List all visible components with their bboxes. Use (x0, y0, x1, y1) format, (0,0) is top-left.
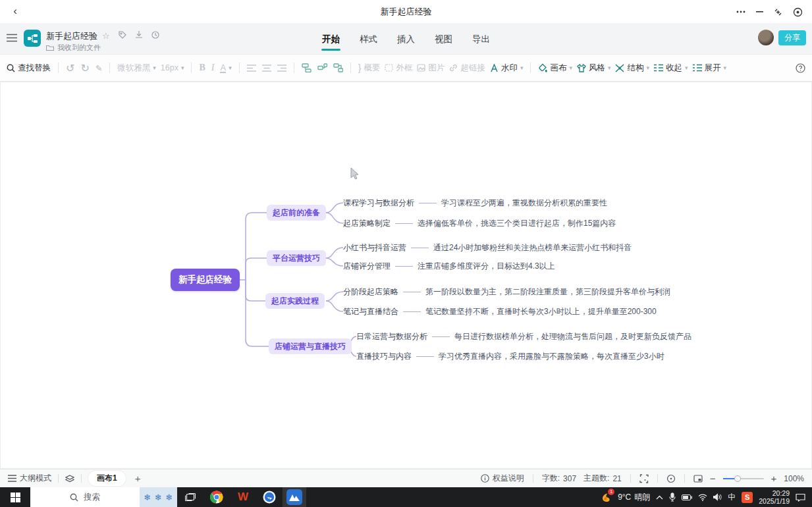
leaf-node[interactable]: 起店策略制定 选择偏低客单价，挑选三个类目进行起店，制作15篇内容 (343, 217, 616, 229)
tray-temperature[interactable]: 9°C (618, 493, 631, 502)
add-canvas-button[interactable]: + (135, 473, 141, 484)
minimize-button[interactable] (751, 6, 767, 18)
tab-style[interactable]: 样式 (359, 32, 378, 51)
align-left-icon[interactable] (247, 65, 256, 72)
leaf-node[interactable]: 分阶段起店策略 第一阶段以数量为主，第二阶段注重质量，第三阶段提升客单价与利润 (343, 286, 670, 298)
chevron-down-icon: ▾ (685, 65, 688, 71)
wps-taskbar-icon[interactable]: W (230, 487, 256, 507)
more-options-icon[interactable] (733, 6, 749, 18)
canvas-tab[interactable]: 画布1 (88, 471, 126, 486)
branch-node-2[interactable]: 平台运营技巧 (267, 250, 326, 266)
weather-flame-icon[interactable]: 1 (601, 492, 612, 503)
hidden-icons-chevron[interactable] (656, 495, 663, 500)
share-button[interactable]: 分享 (778, 30, 806, 45)
user-avatar[interactable] (758, 30, 774, 45)
expand-button[interactable]: 展开▾ (693, 63, 727, 74)
word-count: 字数:307 (542, 473, 576, 484)
branch-node-1[interactable]: 起店前的准备 (267, 205, 326, 221)
mindmap-canvas[interactable]: 新手起店经验 起店前的准备 平台运营技巧 起店实践过程 店铺运营与直播技巧 课程… (0, 82, 812, 469)
leaf-node[interactable]: 直播技巧与内容 学习优秀直播内容，采用露脸与不露脸策略，每次直播至少3小时 (356, 350, 664, 362)
paint-bucket-icon (538, 63, 547, 72)
chrome-taskbar-icon[interactable] (203, 487, 230, 507)
tab-start[interactable]: 开始 (321, 32, 340, 51)
taskbar-search-input[interactable]: 搜索 (30, 487, 140, 507)
chevron-down-icon: ▾ (569, 65, 572, 71)
font-color-button[interactable]: A▾ (220, 63, 231, 73)
battery-icon[interactable] (682, 494, 692, 500)
chevron-down-icon: ▾ (153, 65, 156, 71)
mindmap-app-taskbar-icon-active[interactable] (283, 487, 306, 507)
layers-button[interactable] (65, 475, 74, 483)
collapse-button[interactable]: 收起▾ (654, 63, 688, 74)
dingtalk-taskbar-icon[interactable] (256, 487, 283, 507)
mindmap-root-node[interactable]: 新手起店经验 (171, 269, 240, 291)
outer-frame-button[interactable]: 外框 (385, 63, 412, 74)
volume-icon[interactable] (713, 493, 722, 501)
insert-parent-node-icon[interactable] (333, 63, 343, 72)
tab-view[interactable]: 视图 (434, 32, 453, 51)
style-button[interactable]: 风格▾ (577, 63, 611, 74)
windows-taskbar: 搜索 ❄ ❄ ❄ W 1 9°C 晴朗 (0, 487, 812, 507)
expand-icon (693, 64, 702, 72)
outline-mode-button[interactable]: 大纲模式 (8, 473, 51, 484)
branch-node-3[interactable]: 起店实践过程 (265, 293, 325, 309)
microphone-icon[interactable] (669, 493, 676, 502)
leaf-node[interactable]: 店铺评分管理 注重店铺多维度评分，目标达到4.3以上 (343, 260, 555, 272)
italic-button[interactable]: I (211, 63, 215, 73)
minimap-icon (693, 475, 703, 483)
align-center-icon[interactable] (262, 65, 271, 72)
wifi-icon[interactable] (698, 494, 707, 501)
help-button[interactable] (796, 63, 805, 73)
fit-screen-button[interactable] (639, 474, 649, 483)
chevron-down-icon: ▾ (646, 65, 649, 71)
branch-node-4[interactable]: 店铺运营与直播技巧 (269, 338, 352, 354)
font-size-select[interactable]: 16px▾ (161, 63, 184, 72)
redo-icon[interactable]: ↻ (80, 62, 89, 74)
find-replace-button[interactable]: 查找替换 (7, 63, 51, 74)
insert-child-node-icon[interactable] (302, 63, 311, 72)
task-view-button[interactable] (177, 487, 203, 507)
leaf-node[interactable]: 笔记与直播结合 笔记数量坚持不断，直播时长每次3小时以上，提升单量至200-30… (343, 306, 657, 317)
mouse-cursor (350, 167, 361, 182)
ime-indicator[interactable]: 中 (728, 492, 736, 503)
zoom-slider-knob[interactable] (734, 475, 741, 482)
insert-sibling-node-icon[interactable] (317, 63, 327, 72)
weather-widget[interactable]: ❄ ❄ ❄ (140, 487, 177, 507)
structure-icon (615, 64, 624, 72)
image-button[interactable]: 图片 (417, 63, 445, 74)
zoom-slider[interactable] (723, 478, 764, 479)
font-family-select[interactable]: 微软雅黑▾ (117, 63, 156, 74)
sogou-input-icon[interactable]: S (742, 492, 753, 503)
chevron-down-icon: ▾ (724, 65, 727, 71)
leaf-connector (395, 223, 413, 224)
hyperlink-button[interactable]: 超链接 (449, 63, 485, 74)
align-right-icon[interactable] (277, 65, 286, 72)
minimap-button[interactable] (693, 475, 703, 483)
undo-icon[interactable]: ↺ (66, 62, 74, 74)
leaf-node[interactable]: 小红书与抖音运营 通过24小时加够粉丝和关注热点榜单来运营小红书和抖音 (343, 242, 632, 254)
action-center-icon[interactable] (796, 493, 805, 502)
restore-button[interactable] (770, 6, 786, 18)
start-button[interactable] (0, 487, 30, 507)
format-painter-icon[interactable]: ✎ (95, 63, 102, 73)
locate-center-button[interactable] (666, 474, 676, 483)
zoom-out-button[interactable]: − (710, 473, 716, 484)
watermark-button[interactable]: 水印▾ (490, 63, 524, 74)
leaf-node[interactable]: 课程学习与数据分析 学习课程至少两遍，重视数据分析积累的重要性 (343, 197, 607, 209)
zoom-in-button[interactable]: + (771, 473, 777, 484)
canvas-button[interactable]: 画布▾ (538, 63, 572, 74)
structure-button[interactable]: 结构▾ (615, 63, 649, 74)
summary-button[interactable]: }概要 (358, 63, 381, 74)
tray-clock[interactable]: 20:29 2025/1/19 (759, 489, 790, 505)
bold-button[interactable]: B (199, 63, 205, 73)
window-title: 新手起店经验 (0, 6, 812, 18)
tab-export[interactable]: 导出 (472, 32, 491, 51)
rights-info-button[interactable]: 权益说明 (481, 473, 524, 484)
leaf-node[interactable]: 日常运营与数据分析 每日进行数据榜单分析，处理物流与售后问题，及时更新负反馈产品 (356, 331, 691, 342)
tab-insert[interactable]: 插入 (396, 32, 416, 51)
wps-logo: W (238, 491, 248, 504)
leaf-connector (419, 203, 437, 203)
fit-screen-icon (639, 474, 649, 483)
tray-weather-desc[interactable]: 晴朗 (634, 492, 650, 503)
close-target-button[interactable] (790, 6, 805, 18)
